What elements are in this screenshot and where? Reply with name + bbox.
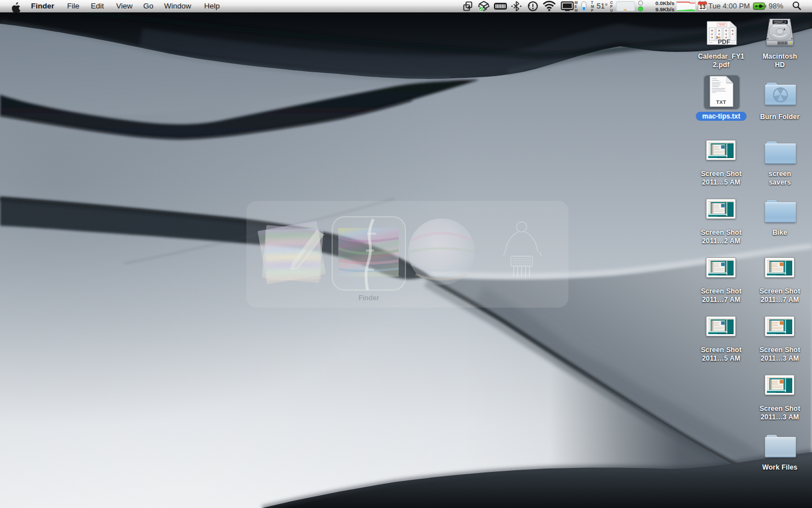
- svg-text:13: 13: [699, 4, 706, 10]
- svg-text:PDF: PDF: [718, 38, 730, 45]
- svg-text:TXT: TXT: [716, 99, 726, 105]
- svg-text:Finder: Finder: [359, 294, 379, 302]
